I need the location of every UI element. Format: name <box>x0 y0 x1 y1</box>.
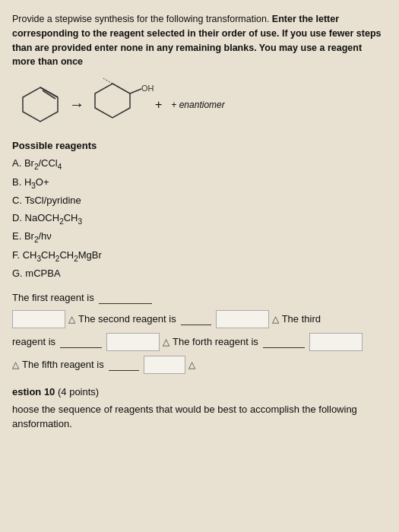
svg-line-6 <box>103 78 112 84</box>
reagent-a: A. Br2/CCl4 <box>12 156 387 173</box>
third-reagent-prefix: The third <box>282 313 321 325</box>
reagents-title: Possible reagents <box>12 140 387 151</box>
second-dropdown-arrow[interactable]: △ <box>272 314 279 325</box>
reagent-row-3: △ The fifth reagent is △ <box>12 356 387 374</box>
second-reagent-label: The second reagent is <box>78 313 176 325</box>
fifth-reagent-label: The fifth reagent is <box>22 359 104 370</box>
third-reagent-input[interactable] <box>106 333 160 351</box>
fourth-dropdown-arrow[interactable]: △ <box>12 359 19 370</box>
first-reagent-input[interactable] <box>12 310 65 328</box>
svg-marker-0 <box>23 87 58 122</box>
enantiomer-label: + enantiomer <box>171 100 224 110</box>
reagent-g: G. mCPBA <box>12 266 387 281</box>
svg-marker-3 <box>95 84 130 118</box>
first-reagent-line: The first reagent is <box>12 292 387 304</box>
svg-text:OH: OH <box>141 84 154 93</box>
product-molecule: OH <box>92 80 149 129</box>
fourth-reagent-blank <box>263 336 305 348</box>
question-points: (4 points) <box>58 386 99 397</box>
reagent-row-1: △ The second reagent is △ The third <box>12 310 387 328</box>
third-dropdown-arrow[interactable]: △ <box>163 337 169 347</box>
reagent-e: E. Br2/hν <box>12 229 387 245</box>
reagent-f: F. CH3CH2CH2MgBr <box>12 248 387 264</box>
reaction-diagram: → OH + + enantiomer <box>20 80 387 129</box>
first-dropdown-arrow[interactable]: △ <box>68 314 75 325</box>
fifth-dropdown-arrow[interactable]: △ <box>188 359 195 370</box>
svg-line-4 <box>130 89 141 93</box>
first-reagent-blank <box>99 292 152 304</box>
instructions-text: Provide a stepwise synthesis for the fol… <box>12 14 272 24</box>
fifth-reagent-blank <box>109 359 139 371</box>
reagent-d: D. NaOCH2CH3 <box>12 211 387 227</box>
second-reagent-input[interactable] <box>216 310 269 328</box>
question-number: estion 10 <box>12 386 55 397</box>
reaction-arrow: → <box>69 96 84 113</box>
question-header: estion 10 (4 points) <box>12 386 387 397</box>
reactant-molecule <box>20 84 62 125</box>
third-reagent-label-cont: reagent is <box>12 336 55 347</box>
plus-sign: + <box>155 98 162 112</box>
first-reagent-label: The first reagent is <box>12 292 94 303</box>
instructions-block: Provide a stepwise synthesis for the fol… <box>12 12 387 69</box>
reagent-c: C. TsCl/pyridine <box>12 193 387 208</box>
question-text: hoose the sequence of reagents that woul… <box>12 402 387 432</box>
fourth-reagent-label: The forth reagent is <box>173 336 258 347</box>
reagents-section: Possible reagents A. Br2/CCl4 B. H3O+ C.… <box>12 140 387 281</box>
fifth-reagent-input[interactable] <box>144 356 185 374</box>
third-reagent-blank <box>60 336 102 348</box>
fourth-reagent-input[interactable] <box>309 333 363 351</box>
svg-line-1 <box>40 87 58 97</box>
reagent-row-2: reagent is △ The forth reagent is <box>12 333 387 351</box>
reagent-b: B. H3O+ <box>12 175 387 192</box>
second-reagent-blank <box>181 313 211 325</box>
